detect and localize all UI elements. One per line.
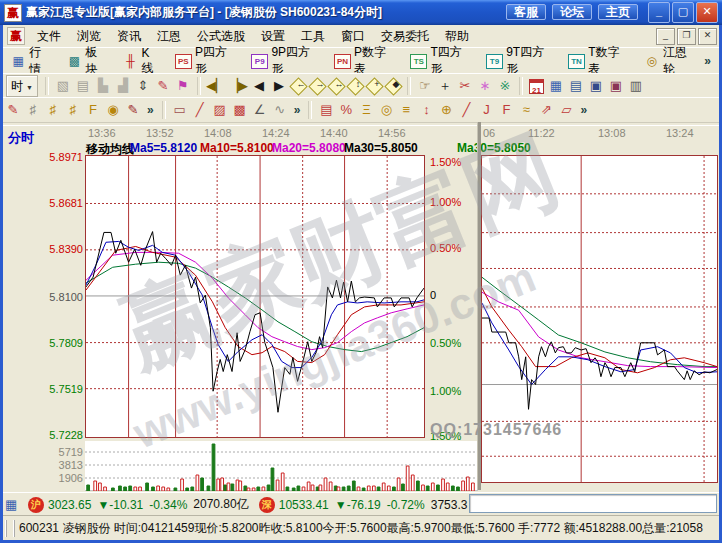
close-button[interactable]: ✕ [696, 2, 718, 23]
scissors-icon[interactable]: ✂ [456, 77, 474, 95]
last-bar-icon[interactable]: ▕▶ [228, 77, 248, 95]
print-icon[interactable]: ▥ [627, 77, 645, 95]
gann-circle-icon[interactable]: ◉ [104, 101, 122, 119]
overview-price-pane[interactable] [481, 155, 718, 483]
p9-square-button[interactable]: P99P四方形 [245, 49, 326, 73]
gann-pencil2-icon[interactable]: ✎ [124, 101, 142, 119]
ma-legend-label: Ma10=5.8100 [200, 141, 274, 155]
volume-pane[interactable] [85, 441, 478, 491]
knot-icon[interactable]: ※ [496, 77, 514, 95]
t9-square-button[interactable]: T99T四方形 [480, 49, 560, 73]
step-forward-icon[interactable]: ▶ [270, 77, 288, 95]
crosshair-icon[interactable]: ＋ [436, 77, 454, 95]
status-field-label: 昨收: [259, 521, 286, 535]
first-bar-icon[interactable]: ◀▏ [206, 77, 226, 95]
quotes-button[interactable]: ▦行情 [4, 49, 58, 73]
kline-button[interactable]: ╫K线 [116, 49, 166, 73]
gann-f-tool-icon[interactable]: F [497, 101, 515, 119]
quick-entry-field[interactable] [469, 494, 717, 513]
intraday-price-pane[interactable] [85, 155, 425, 438]
toolbar-overflow-icon[interactable]: » [147, 103, 154, 117]
annotate-icon[interactable]: ✎ [154, 77, 172, 95]
gann-retrace-icon[interactable]: Ξ [357, 101, 375, 119]
calculator-icon[interactable]: ▦ [547, 77, 565, 95]
gann-arrow-icon[interactable]: ⇗ [537, 101, 555, 119]
gann-cycles-icon[interactable]: ≈ [517, 101, 535, 119]
index-grid-icon[interactable]: ▦ [5, 498, 21, 512]
mdi-close-button[interactable]: ✕ [698, 28, 717, 45]
gann-wheel-button[interactable]: ◎江恩轮 [638, 49, 704, 73]
flag-icon[interactable]: ⚑ [174, 77, 192, 95]
scale-spin-icon[interactable]: ⇕ [134, 77, 152, 95]
zoom-in-icon[interactable]: + [365, 77, 383, 95]
pan-left-icon[interactable]: ← [289, 77, 307, 95]
mini-chart-icon[interactable]: ▙ [94, 77, 112, 95]
calendar-icon[interactable]: 21 [529, 79, 544, 94]
step-back-icon[interactable]: ◀ [250, 77, 268, 95]
gann-bands-icon[interactable]: ≡ [397, 101, 415, 119]
toolbar-overflow-icon[interactable]: » [704, 54, 711, 68]
sectors-button[interactable]: ▩板块 [60, 49, 114, 73]
expand-v-icon[interactable]: ↕ [346, 77, 364, 95]
report-icon[interactable]: ▤ [74, 77, 92, 95]
ma-legend-label: Ma5=5.8120 [130, 141, 197, 155]
gann-shade2-icon[interactable]: ▩ [231, 101, 249, 119]
t9-square-icon: T9 [486, 54, 503, 69]
gann-levels-icon[interactable]: ▤ [317, 101, 335, 119]
mdi-restore-button[interactable]: ❐ [677, 28, 696, 45]
hand-icon[interactable]: ☞ [416, 77, 434, 95]
gann-fan-f-icon[interactable]: F [84, 101, 102, 119]
t-number-table-button[interactable]: TNT数字表 [562, 49, 636, 73]
status-field-value: 5.8200 [222, 521, 259, 535]
maximize-button[interactable]: ▢ [672, 2, 694, 23]
gann-j-tool-icon[interactable]: J [477, 101, 495, 119]
gann-tools-toolbar: ✎♯♯♯F◉✎»▭╱▨▩∠∿»▤%Ξ◎≡↕⊕╱JF≈⇗▱» [3, 97, 719, 123]
gann-box-icon[interactable]: ▭ [171, 101, 189, 119]
gann-trend-icon[interactable]: ╱ [457, 101, 475, 119]
titlebar-button-3[interactable]: 主页 [598, 4, 638, 20]
gann-rings-icon[interactable]: ◎ [377, 101, 395, 119]
save-icon[interactable]: ▣ [587, 77, 605, 95]
p-square-icon: PS [175, 54, 192, 69]
toolbar-overflow-icon[interactable]: » [580, 103, 587, 117]
notebook-icon[interactable]: ▤ [567, 77, 585, 95]
statusbar-gripper[interactable] [5, 520, 15, 537]
titlebar-button-2[interactable]: 论坛 [552, 4, 592, 20]
gann-wave-icon[interactable]: ∿ [271, 101, 289, 119]
pane-splitter[interactable] [477, 122, 481, 490]
gann-target-icon[interactable]: ⊕ [437, 101, 455, 119]
minimize-button[interactable]: _ [648, 2, 670, 23]
gann-grid-gold2-icon[interactable]: ♯ [64, 101, 82, 119]
gann-fanlines-icon[interactable]: ╱ [191, 101, 209, 119]
gann-grid-gold-icon[interactable]: ♯ [44, 101, 62, 119]
export-icon[interactable]: ▣ [607, 77, 625, 95]
ma-legend-label: 移动均线 [86, 141, 134, 158]
gann-pencil-icon[interactable]: ✎ [4, 101, 22, 119]
period-selector-button[interactable]: 时▼ [6, 75, 38, 97]
pan-right-icon[interactable]: → [308, 77, 326, 95]
mdi-minimize-button[interactable]: _ [656, 28, 675, 45]
zoom-reset-icon[interactable]: ◆ [384, 77, 402, 95]
titlebar-button-1[interactable]: 客服 [506, 4, 546, 20]
expand-h-icon[interactable]: ↔ [327, 77, 345, 95]
gann-range-icon[interactable]: ↕ [417, 101, 435, 119]
ma-legend-label: Ma30=5.8050 [457, 141, 531, 155]
gann-angle-icon[interactable]: ∠ [251, 101, 269, 119]
gann-percent-icon[interactable]: % [337, 101, 355, 119]
flower-icon[interactable]: ∗ [476, 77, 494, 95]
pattern-icon[interactable]: ▧ [54, 77, 72, 95]
menu-item-4[interactable]: 江恩 [149, 26, 189, 47]
toolbar-overflow-icon[interactable]: » [294, 103, 301, 117]
p-number-table-button[interactable]: PNP数字表 [328, 49, 402, 73]
status-field-value: 5.7600 [350, 521, 387, 535]
price-axis-label: 5.7809 [48, 337, 83, 349]
time-axis-label: 13:52 [146, 127, 174, 139]
gann-channel-icon[interactable]: ▱ [557, 101, 575, 119]
mini-chart2-icon[interactable]: ▟ [114, 77, 132, 95]
gann-grid-gray-icon[interactable]: ♯ [24, 101, 42, 119]
gann-shade-icon[interactable]: ▨ [211, 101, 229, 119]
menu-item-3[interactable]: 资讯 [109, 26, 149, 47]
t-square-button[interactable]: TST四方形 [404, 49, 478, 73]
p-square-button[interactable]: PSP四方形 [169, 49, 243, 73]
zoom-reset-icon-glyph: ◆ [388, 79, 403, 89]
